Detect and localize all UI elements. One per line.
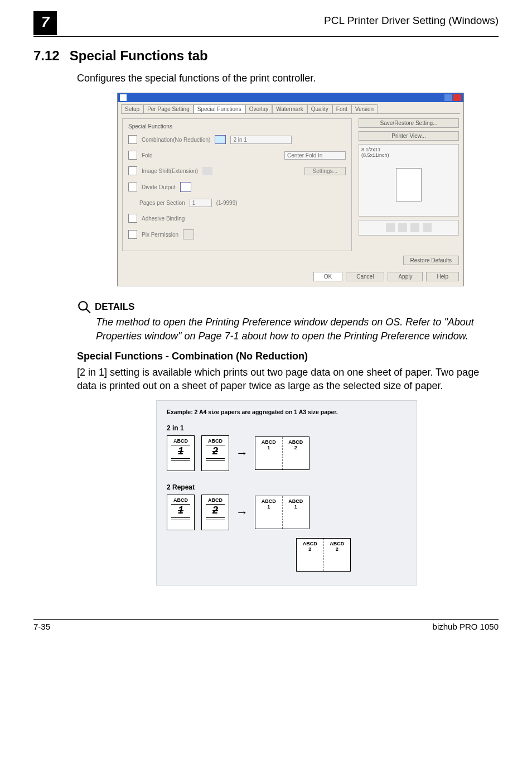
adhesive-binding-checkbox[interactable] (128, 214, 137, 223)
magnifier-icon (77, 300, 91, 314)
page-text: ABCD (303, 541, 317, 546)
divide-output-icon (180, 182, 191, 192)
tab-watermark[interactable]: Watermark (272, 104, 307, 113)
fold-checkbox[interactable] (128, 151, 137, 160)
tab-per-page-setting[interactable]: Per Page Setting (143, 104, 194, 113)
pages-per-section-range: (1-9999) (216, 200, 238, 206)
page-a4-1: ABCD 1 (167, 435, 195, 471)
page-a3-repeat2: ABCD 2 ABCD 2 (296, 538, 351, 572)
page-number: 2 (294, 445, 297, 450)
paper-size-line1: 8 1/2x11 (361, 147, 456, 152)
tab-special-functions[interactable]: Special Functions (194, 104, 245, 113)
page-a4-r1: ABCD 1 (167, 495, 195, 530)
footer-product-name: bizhub PRO 1050 (433, 622, 499, 631)
page-text: ABCD (208, 497, 223, 503)
page-text: ABCD (288, 498, 303, 504)
page-number: 1 (294, 504, 297, 510)
page-number: 2 (212, 445, 218, 457)
divide-output-label: Divide Output (142, 184, 176, 190)
apply-button[interactable]: Apply (388, 272, 423, 281)
combination-icon (215, 135, 226, 144)
combination-label: Combination(No Reduction) (142, 137, 210, 143)
dialog-tabs: Setup Per Page Setting Special Functions… (121, 104, 460, 114)
page-a3-combined: ABCD 1 ABCD 2 (255, 436, 309, 470)
pix-permission-label: Pix Permission (142, 232, 178, 238)
tab-version[interactable]: Version (351, 104, 378, 113)
subsection-heading: Special Functions - Combination (No Redu… (77, 351, 499, 362)
diagram-mode-2repeat: 2 Repeat (167, 483, 407, 491)
pix-permission-icon (183, 229, 194, 239)
section-title: Special Functions tab (70, 48, 208, 64)
image-shift-checkbox[interactable] (128, 166, 137, 175)
paper-preview: 8 1/2x11 (8.5x11inch) (359, 144, 459, 217)
app-icon (120, 94, 127, 101)
toolbar-icon-3[interactable] (410, 223, 419, 232)
preview-toolbar (359, 220, 459, 236)
toolbar-icon-1[interactable] (386, 223, 395, 232)
close-icon[interactable] (453, 94, 461, 101)
page-text: ABCD (262, 498, 276, 504)
page-number: 1 (178, 505, 183, 516)
chapter-badge: 7 (33, 11, 57, 35)
arrow-right-icon: → (236, 505, 248, 520)
fold-select[interactable]: Center Fold In (284, 151, 346, 160)
pages-per-section-input[interactable]: 1 (190, 199, 212, 207)
page-number: 2 (336, 546, 338, 552)
combination-checkbox[interactable] (128, 135, 137, 144)
paper-size-line2: (8.5x11inch) (361, 152, 456, 158)
combination-select[interactable]: 2 in 1 (230, 136, 292, 144)
section-intro: Configures the special functions of the … (77, 71, 499, 85)
tab-quality[interactable]: Quality (307, 104, 332, 113)
tab-setup[interactable]: Setup (121, 104, 143, 113)
pix-permission-checkbox[interactable] (128, 230, 137, 239)
arrow-right-icon: → (236, 446, 248, 460)
toolbar-icon-2[interactable] (398, 223, 407, 232)
tab-overlay[interactable]: Overlay (245, 104, 272, 113)
restore-defaults-button[interactable]: Restore Defaults (403, 256, 459, 265)
svg-point-0 (79, 302, 87, 310)
page-a3-repeat1: ABCD 1 ABCD 1 (255, 496, 309, 529)
image-shift-settings-button[interactable]: Settings... (304, 167, 346, 175)
diagram-caption: Example: 2 A4 size papers are aggregated… (167, 409, 407, 415)
special-functions-group: Special Functions Combination(No Reducti… (122, 118, 352, 251)
page-number: 2 (308, 546, 311, 552)
page-number: 1 (267, 504, 270, 510)
image-shift-icon (202, 167, 212, 175)
page-text: ABCD (288, 439, 303, 445)
footer-page-number: 7-35 (33, 622, 50, 631)
help-button[interactable]: Help (426, 272, 459, 281)
details-body: The method to open the Printing Preferen… (96, 315, 499, 343)
printer-view-button[interactable]: Printer View... (359, 131, 459, 141)
subsection-body: [2 in 1] setting is available which prin… (77, 366, 499, 393)
pages-per-section-label: Pages per Section (139, 200, 185, 206)
diagram-mode-2in1: 2 in 1 (167, 424, 407, 432)
toolbar-icon-4[interactable] (423, 223, 432, 232)
paper-preview-page-icon (396, 168, 422, 202)
page-text: ABCD (173, 438, 188, 444)
section-number: 7.12 (33, 48, 60, 64)
page-header-title: PCL Printer Driver Setting (Windows) (324, 15, 499, 27)
svg-line-1 (86, 309, 90, 314)
group-label: Special Functions (128, 123, 346, 129)
page-number: 1 (267, 445, 270, 450)
adhesive-binding-label: Adhesive Binding (142, 215, 185, 222)
dialog-window: Setup Per Page Setting Special Functions… (117, 93, 464, 286)
page-a4-r2: ABCD 2 (201, 495, 229, 530)
page-a4-2: ABCD 2 (201, 435, 229, 471)
ok-button[interactable]: OK (313, 272, 342, 281)
image-shift-label: Image Shift(Extension) (142, 168, 198, 174)
fold-label: Fold (142, 152, 152, 159)
dialog-titlebar (118, 93, 463, 102)
save-restore-button[interactable]: Save/Restore Setting... (359, 118, 459, 128)
combination-diagram: Example: 2 A4 size papers are aggregated… (156, 400, 417, 586)
details-heading: DETAILS (95, 301, 134, 313)
cancel-button[interactable]: Cancel (346, 272, 384, 281)
page-text: ABCD (208, 438, 223, 444)
page-text: ABCD (262, 439, 276, 445)
page-number: 1 (178, 445, 183, 457)
page-text: ABCD (173, 497, 188, 503)
tab-font[interactable]: Font (332, 104, 351, 113)
divide-output-checkbox[interactable] (128, 183, 137, 191)
page-number: 2 (212, 505, 218, 516)
help-button-icon[interactable] (444, 94, 452, 101)
